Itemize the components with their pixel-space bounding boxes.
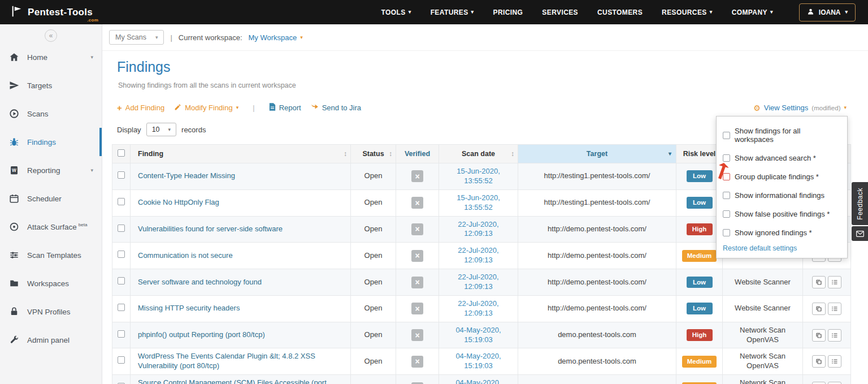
- row-checkbox[interactable]: [118, 330, 125, 338]
- menu-item-company[interactable]: COMPANY▾: [732, 8, 773, 16]
- menu-item-features[interactable]: FEATURES▾: [431, 8, 474, 16]
- finding-header[interactable]: Finding↕: [131, 145, 351, 163]
- workspace-switcher[interactable]: My Workspace ▾: [249, 33, 303, 42]
- scan-date-header[interactable]: Scan date↕: [439, 145, 518, 163]
- scan-date-link[interactable]: 22-Jul-2020, 12:09:13: [458, 299, 498, 317]
- calendar-icon: [8, 193, 20, 204]
- finding-link[interactable]: Missing HTTP security headers: [138, 304, 240, 312]
- sidebar-item-scans[interactable]: Scans: [0, 100, 102, 128]
- checkbox[interactable]: [723, 154, 730, 162]
- verified-toggle[interactable]: ×: [411, 303, 423, 314]
- sidebar-item-scan-templates[interactable]: Scan Templates: [0, 241, 102, 269]
- checkbox[interactable]: [723, 132, 730, 139]
- scan-date-link[interactable]: 22-Jul-2020, 12:09:13: [458, 273, 498, 291]
- restore-default-settings-link[interactable]: Restore default settings: [723, 244, 797, 252]
- row-checkbox[interactable]: [118, 198, 125, 205]
- menu-item-group-duplicate-findings[interactable]: Group duplicate findings *: [723, 167, 841, 186]
- scan-date-link[interactable]: 04-May-2020, 15:19:03: [455, 352, 501, 370]
- scan-date-link[interactable]: 04-May-2020, 15:19:03: [455, 326, 501, 344]
- finding-link[interactable]: Server software and technology found: [138, 278, 262, 286]
- row-select-cell: [112, 269, 131, 296]
- send-to-jira-button[interactable]: Send to Jira: [311, 103, 361, 113]
- sidebar-item-workspaces[interactable]: Workspaces: [0, 269, 102, 297]
- row-checkbox[interactable]: [118, 356, 125, 364]
- view-settings-button[interactable]: ⚙ View Settings (modified) ▾: [753, 103, 847, 113]
- target-cell: demo.pentest-tools.com: [518, 322, 676, 348]
- details-list-button[interactable]: [828, 355, 841, 368]
- add-finding-button[interactable]: + Add Finding: [117, 103, 164, 113]
- sidebar-item-attack-surface[interactable]: Attack Surfacebeta: [0, 213, 102, 241]
- finding-link[interactable]: phpinfo() output Reporting (port 80/tcp): [138, 330, 265, 339]
- verified-toggle[interactable]: ×: [411, 277, 423, 288]
- sidebar-item-vpn-profiles[interactable]: VPN Profiles: [0, 297, 102, 326]
- details-list-button[interactable]: [828, 303, 841, 315]
- sidebar-collapse-button[interactable]: «: [45, 29, 57, 42]
- row-checkbox[interactable]: [118, 225, 125, 232]
- menu-item-resources[interactable]: RESOURCES▾: [662, 8, 713, 16]
- checkbox[interactable]: [723, 210, 730, 218]
- row-checkbox[interactable]: [118, 251, 125, 258]
- target-header[interactable]: Target▾: [518, 145, 676, 163]
- scan-date-link[interactable]: 15-Jun-2020, 13:55:52: [457, 193, 500, 212]
- verified-toggle[interactable]: ×: [411, 170, 423, 182]
- sidebar-item-scheduler[interactable]: Scheduler: [0, 184, 102, 213]
- finding-link[interactable]: Cookie No HttpOnly Flag: [138, 198, 219, 206]
- checkbox[interactable]: [723, 173, 730, 180]
- verified-toggle[interactable]: ×: [411, 250, 423, 262]
- sidebar-item-admin-panel[interactable]: Admin panel: [0, 326, 102, 354]
- finding-link[interactable]: Source Control Management (SCM) Files Ac…: [138, 378, 327, 384]
- scan-date-link[interactable]: 15-Jun-2020, 13:55:52: [457, 167, 500, 185]
- modify-finding-button[interactable]: Modify Finding ▾: [174, 103, 238, 113]
- scan-date-link[interactable]: 22-Jul-2020, 12:09:13: [458, 246, 498, 264]
- records-per-page-select[interactable]: 10 ▾: [146, 123, 176, 136]
- checkbox[interactable]: [723, 192, 730, 199]
- details-list-button[interactable]: [828, 382, 841, 384]
- feedback-tab[interactable]: Feedback: [852, 182, 868, 241]
- sidebar-item-reporting[interactable]: W Reporting ▾: [0, 156, 102, 184]
- verified-toggle[interactable]: ×: [411, 382, 423, 384]
- select-all-checkbox[interactable]: [118, 149, 125, 157]
- finding-link[interactable]: Vulnerabilities found for server-side so…: [138, 225, 283, 233]
- menu-item-show-false-positive[interactable]: Show false positive findings *: [723, 205, 841, 223]
- sidebar-item-targets[interactable]: Targets: [0, 71, 102, 100]
- finding-link[interactable]: WordPress The Events Calendar Plugin &lt…: [138, 352, 315, 370]
- verified-toggle[interactable]: ×: [411, 329, 423, 341]
- scan-date-link[interactable]: 22-Jul-2020, 12:09:13: [458, 220, 498, 238]
- row-checkbox[interactable]: [118, 304, 125, 311]
- copy-finding-button[interactable]: [812, 382, 826, 384]
- menu-item-show-all-workspaces[interactable]: Show findings for all workspaces: [723, 122, 841, 149]
- scan-date-link[interactable]: 04-May-2020, 15:19:03: [455, 378, 501, 384]
- menu-item-show-informational[interactable]: Show informational findings: [723, 186, 841, 205]
- copy-finding-button[interactable]: [812, 276, 826, 288]
- verified-toggle[interactable]: ×: [411, 356, 423, 368]
- finding-cell: Content-Type Header Missing: [131, 163, 351, 190]
- radar-icon: [8, 221, 20, 232]
- menu-item-show-ignored[interactable]: Show ignored findings *: [723, 223, 841, 242]
- sidebar-item-home[interactable]: Home ▾: [0, 43, 102, 71]
- sidebar-item-findings[interactable]: Findings: [0, 128, 102, 156]
- row-checkbox[interactable]: [118, 171, 125, 179]
- verified-toggle[interactable]: ×: [411, 223, 423, 235]
- actions-cell: [803, 269, 851, 296]
- details-list-button[interactable]: [828, 329, 841, 342]
- menu-item-tools[interactable]: TOOLS▾: [381, 8, 411, 16]
- copy-finding-button[interactable]: [812, 329, 826, 342]
- my-scans-select[interactable]: My Scans ▾: [109, 30, 164, 45]
- pentest-tools-logo[interactable]: Pentest-Tools .com: [10, 5, 95, 19]
- copy-finding-button[interactable]: [812, 303, 826, 315]
- report-button[interactable]: Report: [269, 103, 301, 113]
- risk-badge: Low: [687, 277, 713, 288]
- verified-toggle[interactable]: ×: [411, 197, 423, 209]
- menu-item-show-advanced-search[interactable]: Show advanced search *: [723, 149, 841, 167]
- checkbox[interactable]: [723, 229, 730, 236]
- details-list-button[interactable]: [828, 276, 841, 288]
- finding-link[interactable]: Content-Type Header Missing: [138, 171, 235, 180]
- menu-item-customers[interactable]: CUSTOMERS: [597, 8, 643, 16]
- copy-finding-button[interactable]: [812, 355, 826, 368]
- status-header[interactable]: Status↕: [351, 145, 396, 163]
- menu-item-services[interactable]: SERVICES: [542, 8, 578, 16]
- finding-link[interactable]: Communication is not secure: [138, 251, 233, 260]
- row-checkbox[interactable]: [118, 277, 125, 284]
- menu-item-pricing[interactable]: PRICING: [493, 8, 523, 16]
- user-menu-button[interactable]: IOANA ▾: [799, 3, 856, 21]
